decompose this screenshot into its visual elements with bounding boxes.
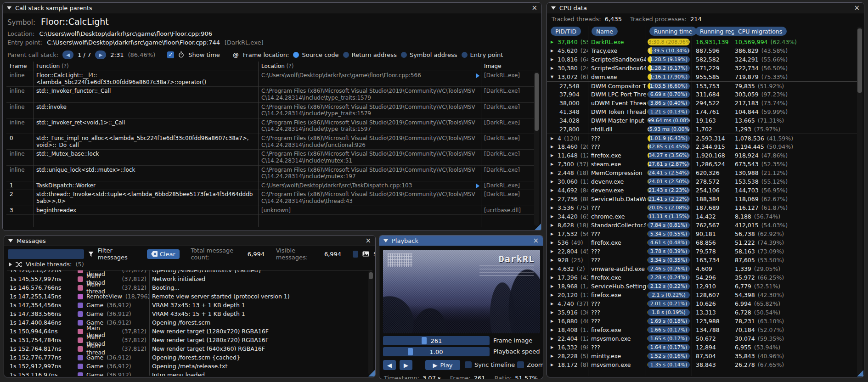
expand-row-icon[interactable]: ▶ — [551, 319, 555, 323]
expand-row-icon[interactable]: ▶ — [551, 293, 555, 297]
col-cpu-migrations[interactable]: CPU migrations — [733, 27, 787, 36]
show-images-checkbox[interactable] — [353, 251, 358, 258]
table-row[interactable]: ▶22,804(45)???3.78 s (0.39%)79,57858,163… — [547, 247, 857, 256]
list-item[interactable]: 1s 152,912,997nsGame(36,912)Opening /met… — [7, 362, 368, 371]
table-row[interactable]: ▶30,060(116)devenv.exe24.01 s (2.50%)278… — [547, 177, 857, 186]
radio-return-address[interactable]: Return address — [343, 51, 397, 58]
expand-row-icon[interactable]: ▶ — [551, 223, 555, 227]
expand-row-icon[interactable]: ▶ — [551, 284, 555, 288]
expand-row-icon[interactable]: ▶ — [551, 188, 555, 192]
expand-row-icon[interactable]: ▶ — [551, 328, 555, 332]
expand-row-icon[interactable]: ▶ — [551, 302, 555, 306]
col-name[interactable]: Name — [592, 27, 618, 36]
expand-row-icon[interactable]: ▶ — [551, 206, 555, 210]
table-row[interactable]: ▶928(25)???3.34 s (0.35%)163,73487,605(5… — [547, 256, 857, 264]
expand-row-icon[interactable]: ▶ — [551, 354, 555, 358]
callstack-titlebar[interactable]: Call stack sample parents × — [3, 3, 541, 13]
table-row[interactable]: 34,028DWM Master Input Thread799.64 ms (… — [547, 116, 857, 125]
list-item[interactable]: 1s 145,557,997nsMain thread(37,812)Netwo… — [7, 275, 368, 283]
messages-titlebar[interactable]: Messages × — [4, 236, 375, 246]
list-item[interactable]: 1s 147,354,456nsGame(36,912)VRAM 37x45: … — [7, 301, 368, 309]
table-row[interactable]: ▶20,120(17)firefox.exe2.1 s (0.22%)128,6… — [547, 291, 857, 299]
expand-row-icon[interactable]: ▶ — [551, 232, 555, 236]
table-row[interactable]: ▶17,532(56)???5.34 s (0.55%)90,18156,738… — [547, 230, 857, 238]
table-row[interactable]: 41,348DWM Token Thread1.21 s (0.13%)174,… — [547, 107, 857, 116]
cpu-titlebar[interactable]: CPU data × — [547, 3, 864, 13]
table-row[interactable]: ▶37,840(55)DarkRL.exe33:30.8 (208.96%)16… — [547, 38, 857, 46]
table-row[interactable]: ▶18,968(1,018)ServiceHub.SettingsHost.ex… — [547, 282, 857, 291]
list-item[interactable]: 1s 150,994,64nsMain thread(37,812)New re… — [7, 327, 368, 336]
col-running-time[interactable]: Running time — [649, 27, 697, 36]
resize-grip[interactable] — [857, 370, 863, 376]
table-row[interactable]: 27,548DWM Compositor Thread1:03.5 (6.60%… — [547, 81, 857, 90]
expand-row-icon[interactable]: ▶ — [551, 197, 555, 201]
expand-row-icon[interactable]: ▶ — [551, 40, 555, 44]
messages-scrollbar[interactable] — [368, 270, 373, 375]
expand-row-icon[interactable]: ▶ — [551, 153, 555, 157]
table-row[interactable]: ▶2,448(18)MemCompression24.41 s (2.54%)6… — [547, 169, 857, 177]
expand-row-icon[interactable]: ▶ — [551, 49, 555, 53]
collapse-icon[interactable] — [551, 6, 556, 10]
table-row[interactable]: inlinestd::_Invoker_functor::_CallC:\Pro… — [6, 87, 538, 102]
table-row[interactable]: ▶44,692(84)devenv.exe21.43 s (2.23%)254,… — [547, 186, 857, 195]
table-row[interactable]: ▶536(49)firefox.exe4.61 s (0.48%)68,8565… — [547, 238, 857, 247]
table-row[interactable]: 1TaskDispatch::WorkerC:\Users\wolf\Deskt… — [6, 181, 538, 191]
close-icon[interactable]: × — [533, 237, 539, 244]
table-row[interactable]: ▶18,172(8)msvsmon.exe1.35 s (0.14%)38,84… — [547, 360, 857, 369]
table-row[interactable]: ▶16,332(982)???1.64 s (0.17%)12,8946,955… — [547, 343, 857, 352]
table-row[interactable]: ▶18,460(20)???42.85 s (4.45%)2,344,9151,… — [547, 142, 857, 151]
expand-row-icon[interactable]: ▶ — [551, 267, 555, 271]
expand-row-icon[interactable]: ▶ — [551, 145, 555, 149]
table-row[interactable]: inlinestd::unique_lock<std::mutex>::lock… — [6, 166, 538, 181]
list-item[interactable]: 1s 153,116,97nsGame(36,912)Intro menu lo… — [7, 371, 368, 376]
collapse-icon[interactable] — [8, 239, 13, 242]
expand-row-icon[interactable]: ▶ — [551, 363, 555, 367]
radio-symbol-address[interactable]: Symbol address — [401, 51, 457, 58]
table-row[interactable]: 2std::thread::_Invoke<std::tuple<<lambda… — [6, 190, 538, 206]
messages-scrollbar-thumb[interactable] — [369, 272, 373, 279]
radio-source-code[interactable]: Source code — [293, 51, 338, 58]
table-row[interactable]: 27,800ntdll.dll25.93 ms (0.00%)1,7021,29… — [547, 125, 857, 134]
play-button[interactable]: ▶Play — [425, 360, 460, 370]
table-row[interactable]: ▶16,880(46)???1.69 s (0.18%)123,98878,23… — [547, 317, 857, 326]
list-item[interactable]: 1s 152,776,777nsGame(36,912)Opening /for… — [7, 353, 368, 362]
table-row[interactable]: ▶10,816(64)ScriptedSandbox64.exe1:28.5 (… — [547, 55, 857, 64]
table-row[interactable]: 3beginthreadex[unknown][ucrtbase.dll] — [6, 206, 538, 215]
table-row[interactable]: ▶45,620(24)Tracy.exe1:39.5 (10.34%)887,5… — [547, 46, 857, 55]
table-row[interactable]: inlinestd::_Invoker_ret<void,1>::_CallC:… — [6, 118, 538, 134]
list-item[interactable]: 1s 147,400,846nsGame(36,912)Opening /for… — [7, 318, 368, 327]
close-icon[interactable]: × — [854, 5, 860, 11]
cpu-scrollbar-thumb[interactable] — [857, 28, 862, 93]
expand-row-icon[interactable]: ▶ — [551, 345, 555, 349]
col-pid-tid[interactable]: PID/TID — [551, 27, 581, 36]
goto-source-icon[interactable] — [476, 184, 479, 188]
table-row[interactable]: ▶18,408(17)firefox.exe1.66 s (0.17%)134,… — [547, 326, 857, 334]
table-row[interactable]: ▶17,396(43)firefox.exe2.28 s (0.24%)54,2… — [547, 273, 857, 282]
expand-row-icon[interactable]: ▶ — [551, 162, 555, 166]
table-row[interactable]: ▶4,632(2)vmware-authd.exe2.46 s (0.26%)4… — [547, 264, 857, 273]
close-icon[interactable]: × — [531, 5, 537, 11]
filter-input[interactable] — [8, 249, 84, 259]
prev-callstack-button[interactable]: ◀ — [62, 51, 73, 59]
next-callstack-button[interactable]: ▶ — [95, 51, 106, 59]
table-row[interactable]: ▶30,380(24)ScriptedSandbox64.exe1:28.2 (… — [547, 64, 857, 73]
expand-row-icon[interactable]: ▶ — [551, 66, 555, 70]
list-item[interactable]: 1s 120,333,272nsMain thread(37,812)Openi… — [7, 270, 368, 275]
table-row[interactable]: ▶3,536(75)???20.05 s (2.08%)187,689116,1… — [547, 203, 857, 212]
table-row[interactable]: ▶11,648(120)firefox.exe34.27 s (3.56%)1,… — [547, 151, 857, 160]
expand-row-icon[interactable]: ▶ — [551, 136, 555, 140]
table-row[interactable]: ▶7,300(37)steam.exe27.61 s (2.87%)1,286,… — [547, 160, 857, 169]
table-row[interactable]: ▶8,628(18)StandardCollector.Service.e7.8… — [547, 221, 857, 230]
expand-threads-icon[interactable] — [9, 262, 12, 267]
table-row[interactable]: ▶34,420(65)chrome.exe11.11 s (1.15%)14,4… — [547, 212, 857, 221]
clear-button[interactable]: Clear — [147, 249, 180, 259]
table-row[interactable]: ▶27,736(88)ServiceHub.DataWarehouse21.41… — [547, 195, 857, 203]
list-item[interactable]: 1s 147,383,566nsGame(36,912)VRAM 43x45: … — [7, 309, 368, 318]
radio-entry-point[interactable]: Entry point — [462, 51, 503, 58]
goto-source-icon[interactable] — [476, 73, 479, 78]
zoom-2x-checkbox[interactable] — [517, 361, 524, 368]
table-row[interactable]: inlinestd::_Mutex_base::lockC:\Program F… — [6, 150, 538, 165]
playback-titlebar[interactable]: Playback × — [379, 236, 543, 246]
expand-row-icon[interactable]: ▶ — [551, 57, 555, 62]
list-item[interactable]: 1s 152,764,817nsMain thread(37,812)New r… — [7, 344, 368, 353]
